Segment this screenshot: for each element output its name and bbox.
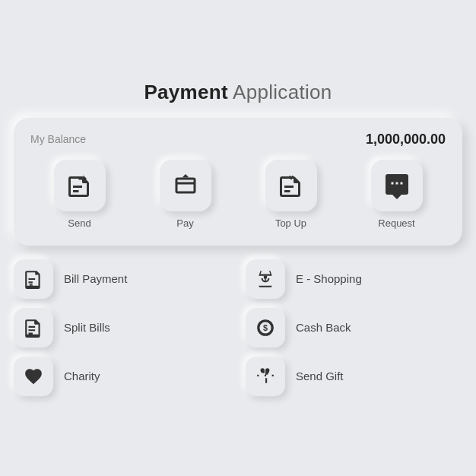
send-icon <box>66 172 94 199</box>
pay-button[interactable]: Pay <box>136 160 234 229</box>
balance-card: My Balance 1,000,000.00 Send <box>14 118 462 246</box>
cashback-icon: $ <box>255 318 275 338</box>
send-label: Send <box>68 217 90 229</box>
pay-icon <box>172 172 199 199</box>
bill-payment-icon <box>24 269 43 289</box>
topup-icon <box>278 172 305 199</box>
send-button[interactable]: Send <box>30 160 129 229</box>
title-light: Application <box>228 81 332 103</box>
balance-amount: 1,000,000.00 <box>366 132 446 148</box>
send-gift-label: Send Gift <box>296 370 344 382</box>
split-bills-icon-wrap <box>14 308 53 347</box>
page-container: Payment Application My Balance 1,000,000… <box>14 81 462 396</box>
e-shopping-icon-wrap <box>246 259 285 299</box>
svg-text:$: $ <box>263 323 268 332</box>
charity-item[interactable]: Charity <box>14 357 230 396</box>
shopping-bag-icon <box>255 269 275 289</box>
request-icon-wrap <box>371 160 423 211</box>
request-icon <box>383 172 411 199</box>
balance-label: My Balance <box>30 133 86 145</box>
charity-label: Charity <box>64 370 100 382</box>
split-bills-item[interactable]: Split Bills <box>14 308 230 347</box>
request-label: Request <box>378 217 414 229</box>
svg-point-0 <box>265 279 266 281</box>
split-bills-icon <box>24 318 43 338</box>
bill-payment-icon-wrap <box>14 259 53 299</box>
actions-row: Send Pay <box>30 160 446 229</box>
bill-payment-item[interactable]: Bill Payment <box>14 259 230 299</box>
cash-back-icon-wrap: $ <box>246 308 285 347</box>
split-bills-label: Split Bills <box>64 321 110 334</box>
e-shopping-item[interactable]: E - Shopping <box>246 259 462 299</box>
e-shopping-label: E - Shopping <box>296 272 362 285</box>
gift-icon <box>255 367 275 386</box>
services-grid: Bill Payment E - Shopping Split Bills <box>14 259 462 396</box>
pay-label: Pay <box>176 217 193 229</box>
page-title: Payment Application <box>144 81 332 104</box>
send-gift-item[interactable]: Send Gift <box>246 357 462 396</box>
cash-back-label: Cash Back <box>296 321 351 334</box>
charity-icon-wrap <box>14 357 53 396</box>
bill-payment-label: Bill Payment <box>64 272 127 285</box>
send-icon-wrap <box>54 160 106 211</box>
heart-icon <box>24 367 43 386</box>
topup-label: Top Up <box>275 217 306 229</box>
send-gift-icon-wrap <box>246 357 285 396</box>
request-button[interactable]: Request <box>347 160 446 229</box>
title-bold: Payment <box>144 81 227 103</box>
topup-icon-wrap <box>265 160 317 211</box>
pay-icon-wrap <box>160 160 211 211</box>
topup-button[interactable]: Top Up <box>242 160 340 229</box>
cash-back-item[interactable]: $ Cash Back <box>246 308 462 347</box>
balance-row: My Balance 1,000,000.00 <box>30 132 446 148</box>
